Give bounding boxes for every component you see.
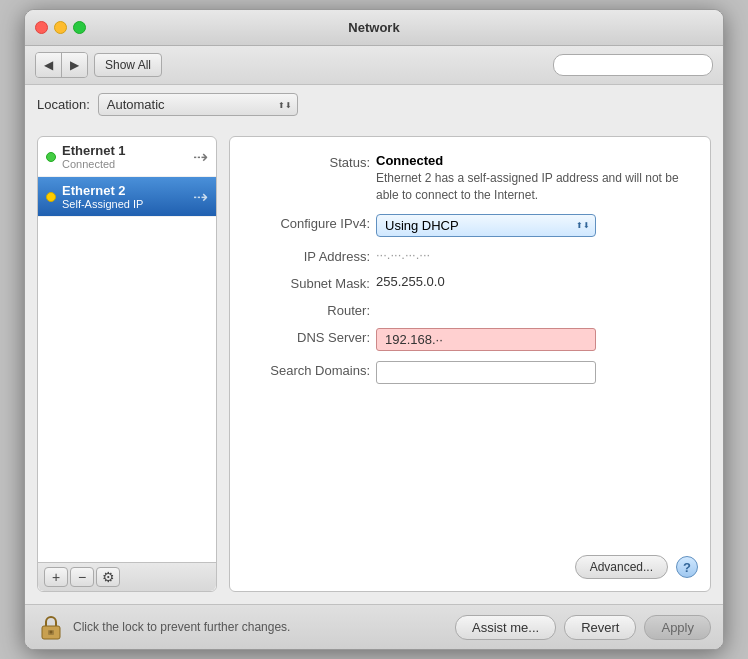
revert-button[interactable]: Revert [564,615,636,640]
ethernet1-status: Connected [62,158,193,170]
add-network-button[interactable]: + [44,567,68,587]
minimize-button[interactable] [54,21,67,34]
network-window: Network ◀ ▶ Show All Location: Automatic… [24,9,724,650]
assist-button[interactable]: Assist me... [455,615,556,640]
ip-label: IP Address: [246,247,376,264]
window-footer: Click the lock to prevent further change… [25,604,723,649]
ethernet1-text: Ethernet 1 Connected [62,143,193,170]
location-select[interactable]: Automatic Edit Locations... [98,93,298,116]
ethernet2-text: Ethernet 2 Self-Assigned IP [62,183,189,210]
ip-row: IP Address: ···.···.···.··· [246,247,694,264]
status-label: Status: [246,153,376,170]
lock-icon[interactable] [37,613,65,641]
status-value-area: Connected Ethernet 2 has a self-assigned… [376,153,694,204]
show-all-button[interactable]: Show All [94,53,162,77]
search-domains-row: Search Domains: [246,361,694,384]
search-domains-label: Search Domains: [246,361,376,378]
status-dot-green [46,152,56,162]
subnet-label: Subnet Mask: [246,274,376,291]
ethernet2-arrow: ⇢ [193,186,208,208]
detail-panel: Status: Connected Ethernet 2 has a self-… [229,136,711,592]
router-label: Router: [246,301,376,318]
dns-label: DNS Server: [246,328,376,345]
remove-network-button[interactable]: − [70,567,94,587]
sidebar-item-ethernet2[interactable]: Ethernet 2 Self-Assigned IP ⇢ [38,177,216,217]
window-title: Network [348,20,399,35]
status-desc: Ethernet 2 has a self-assigned IP addres… [376,170,694,204]
maximize-button[interactable] [73,21,86,34]
back-button[interactable]: ◀ [36,53,62,77]
advanced-button[interactable]: Advanced... [575,555,668,579]
dns-input[interactable] [376,328,596,351]
apply-button[interactable]: Apply [644,615,711,640]
traffic-lights [35,21,86,34]
sidebar: Ethernet 1 Connected ⇢ Ethernet 2 Self-A… [37,136,217,592]
help-button[interactable]: ? [676,556,698,578]
detail-footer: Advanced... ? [575,555,698,579]
location-bar: Location: Automatic Edit Locations... [25,85,723,124]
ethernet2-status: Self-Assigned IP [62,198,189,210]
close-button[interactable] [35,21,48,34]
status-row: Status: Connected Ethernet 2 has a self-… [246,153,694,204]
dns-row: DNS Server: [246,328,694,351]
ethernet1-arrow: ⇢ [193,146,208,168]
sidebar-item-ethernet1[interactable]: Ethernet 1 Connected ⇢ [38,137,216,177]
subnet-value: 255.255.0.0 [376,274,694,289]
main-content: Ethernet 1 Connected ⇢ Ethernet 2 Self-A… [25,124,723,604]
status-connected: Connected [376,153,443,168]
network-settings-button[interactable]: ⚙ [96,567,120,587]
titlebar: Network [25,10,723,46]
configure-select[interactable]: Using DHCP Manually Using DHCP with manu… [376,214,596,237]
sidebar-footer: + − ⚙ [38,562,216,591]
lock-text: Click the lock to prevent further change… [73,620,455,634]
router-row: Router: [246,301,694,318]
ethernet1-name: Ethernet 1 [62,143,193,158]
configure-select-wrapper[interactable]: Using DHCP Manually Using DHCP with manu… [376,214,596,237]
toolbar: ◀ ▶ Show All [25,46,723,85]
search-domains-input[interactable] [376,361,596,384]
nav-buttons: ◀ ▶ [35,52,88,78]
svg-point-2 [50,631,53,634]
forward-button[interactable]: ▶ [62,53,87,77]
search-box[interactable] [553,54,713,76]
status-dot-yellow [46,192,56,202]
subnet-row: Subnet Mask: 255.255.0.0 [246,274,694,291]
ip-value: ···.···.···.··· [376,247,694,262]
location-label: Location: [37,97,90,112]
search-input[interactable] [562,58,704,72]
sidebar-list: Ethernet 1 Connected ⇢ Ethernet 2 Self-A… [38,137,216,562]
footer-buttons: Assist me... Revert Apply [455,615,711,640]
location-select-wrapper[interactable]: Automatic Edit Locations... [98,93,298,116]
ethernet2-name: Ethernet 2 [62,183,189,198]
configure-row: Configure IPv4: Using DHCP Manually Usin… [246,214,694,237]
configure-label: Configure IPv4: [246,214,376,231]
